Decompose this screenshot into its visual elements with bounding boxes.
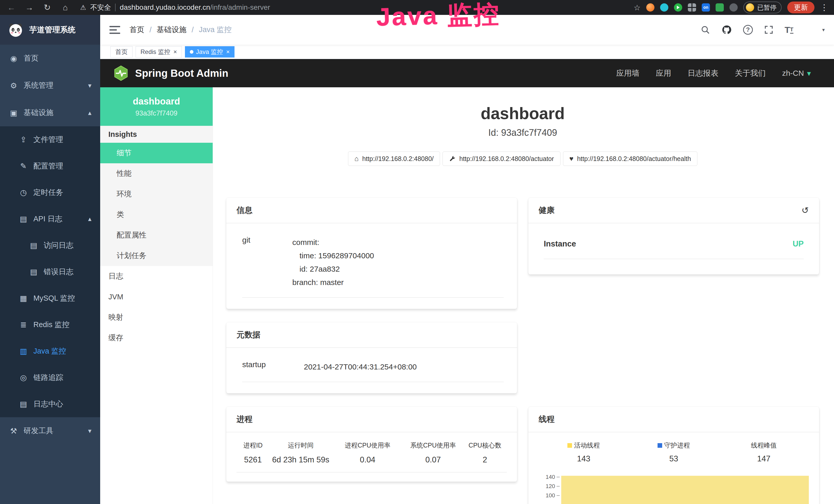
- sidebar-item-label: API 日志: [34, 214, 62, 224]
- extension-icon[interactable]: [674, 3, 682, 12]
- sidebar-item-java-monitor[interactable]: ▥ Java 监控: [0, 338, 100, 364]
- sidebar-item-tracing[interactable]: ◎ 链路追踪: [0, 364, 100, 391]
- tab-home[interactable]: 首页: [110, 46, 133, 58]
- sba-nav-journal[interactable]: 日志报表: [687, 68, 719, 78]
- extension-icon[interactable]: [716, 3, 724, 12]
- address-bar[interactable]: ⚠ 不安全 dashboard.yudao.iocoder.cn/infra/a…: [80, 3, 270, 12]
- sba-nav-wallboard[interactable]: 应用墙: [616, 68, 639, 78]
- wrench-icon: [449, 155, 456, 162]
- sba-brand[interactable]: Spring Boot Admin: [113, 65, 228, 81]
- locale-value: zh-CN: [782, 69, 804, 77]
- breadcrumb-separator: /: [192, 26, 194, 34]
- sba-item-mappings[interactable]: 映射: [100, 307, 213, 328]
- sba-nav-applications[interactable]: 应用: [656, 68, 671, 78]
- col-pid: 进程ID: [237, 441, 269, 450]
- hamburger-icon[interactable]: [109, 26, 120, 34]
- actuator-url-link[interactable]: http://192.168.0.2:48080/actuator: [443, 152, 560, 166]
- profile-paused-badge[interactable]: 已暂停: [743, 2, 782, 13]
- extension-grid-icon[interactable]: [688, 3, 696, 12]
- sba-item-caches[interactable]: 缓存: [100, 328, 213, 348]
- extension-icon[interactable]: [660, 3, 668, 12]
- val-process-cpu: 0.04: [332, 455, 403, 464]
- browser-menu-icon[interactable]: ⋮: [820, 3, 828, 12]
- sba-item-config-properties[interactable]: 配置属性: [100, 225, 213, 246]
- extension-icon[interactable]: [646, 3, 655, 12]
- forward-icon[interactable]: →: [24, 3, 35, 12]
- process-card: 进程 进程ID 运行时间 进程CPU使用率 系统CPU使用率 CPU核心数: [226, 407, 517, 482]
- sba-nav-about[interactable]: 关于我们: [735, 68, 766, 78]
- back-icon[interactable]: ←: [6, 3, 17, 12]
- sidebar-item-infrastructure[interactable]: ▣ 基础设施 ▴: [0, 99, 100, 126]
- history-icon[interactable]: ↺: [802, 205, 809, 215]
- sba-instance-header[interactable]: dashboard 93a3fc7f7409: [100, 87, 213, 126]
- extension-on-icon[interactable]: on: [702, 3, 710, 12]
- health-url-link[interactable]: ♥ http://192.168.0.2:48080/actuator/heal…: [563, 152, 697, 166]
- app-sidebar: 芋道管理系统 ◉ 首页 ⚙ 系统管理 ▾ ▣ 基础设施 ▴ ⇪ 文件管理 ✎ 配…: [0, 15, 100, 504]
- health-card-title: 健康: [539, 205, 554, 216]
- sidebar-item-dev-tools[interactable]: ⚒ 研发工具 ▾: [0, 417, 100, 444]
- github-icon[interactable]: [722, 25, 732, 35]
- bookmark-star-icon[interactable]: ☆: [634, 3, 641, 12]
- active-tab-dot: [190, 50, 193, 54]
- sidebar-item-label: 定时任务: [34, 187, 63, 198]
- help-icon[interactable]: ?: [743, 25, 753, 35]
- metadata-value: 2021-04-27T00:44:31.254+08:00: [304, 360, 417, 373]
- close-icon[interactable]: ×: [173, 48, 177, 55]
- sidebar-item-api-logs[interactable]: ▤ API 日志 ▴: [0, 206, 100, 232]
- close-icon[interactable]: ×: [226, 48, 229, 55]
- sidebar-item-file-management[interactable]: ⇪ 文件管理: [0, 126, 100, 153]
- document-icon: ▤: [19, 399, 28, 409]
- warning-icon: ⚠: [80, 4, 86, 12]
- url-host: dashboard.yudao.iocoder.cn: [120, 3, 210, 11]
- sidebar-logo-row[interactable]: 芋道管理系统: [0, 15, 100, 45]
- gear-icon: ⚙: [9, 81, 19, 90]
- browser-right-cluster: ☆ on 已暂停 更新 ⋮: [634, 2, 828, 13]
- sidebar-item-home[interactable]: ◉ 首页: [0, 45, 100, 72]
- legend-label: 守护进程: [664, 441, 690, 450]
- page-url[interactable]: dashboard.yudao.iocoder.cn/infra/admin-s…: [120, 3, 270, 12]
- sidebar-item-scheduled-jobs[interactable]: ◷ 定时任务: [0, 179, 100, 206]
- git-id-line: id: 27aa832: [292, 262, 374, 276]
- sba-item-scheduled-tasks[interactable]: 计划任务: [100, 246, 213, 266]
- sidebar-item-system-management[interactable]: ⚙ 系统管理 ▾: [0, 72, 100, 99]
- refresh-icon[interactable]: ↻: [42, 3, 53, 12]
- sidebar-item-redis-monitor[interactable]: ≣ Redis 监控: [0, 312, 100, 338]
- val-system-cpu: 0.07: [403, 455, 463, 464]
- avatar: [805, 22, 820, 38]
- extensions-puzzle-icon[interactable]: [729, 3, 738, 12]
- sidebar-item-label: 日志中心: [34, 399, 63, 409]
- sba-item-environment[interactable]: 环境: [100, 184, 213, 204]
- info-git-row: git commit: time: 1596289704000 id: 27aa…: [242, 234, 504, 298]
- sidebar-item-log-center[interactable]: ▤ 日志中心: [0, 391, 100, 417]
- threads-card-title: 线程: [539, 414, 554, 425]
- legend-label: 活动线程: [574, 441, 600, 450]
- sba-item-details[interactable]: 细节: [100, 143, 213, 163]
- sba-locale-select[interactable]: zh-CN ▾: [782, 69, 811, 78]
- browser-update-button[interactable]: 更新: [787, 2, 814, 13]
- sidebar-item-config-management[interactable]: ✎ 配置管理: [0, 153, 100, 179]
- user-avatar[interactable]: ▾: [805, 22, 825, 38]
- sidebar-item-mysql-monitor[interactable]: ▦ MySQL 监控: [0, 285, 100, 312]
- tab-redis-monitor[interactable]: Redis 监控 ×: [136, 46, 182, 58]
- target-icon: ◎: [19, 373, 28, 382]
- sba-item-loggers[interactable]: 日志: [100, 266, 213, 287]
- paused-label: 已暂停: [757, 3, 776, 12]
- tab-java-monitor[interactable]: Java 监控 ×: [185, 46, 235, 58]
- browser-home-icon[interactable]: ⌂: [60, 3, 71, 12]
- service-url-link[interactable]: ⌂ http://192.168.0.2:48080/: [348, 152, 440, 166]
- sba-item-classes[interactable]: 类: [100, 204, 213, 225]
- security-label[interactable]: 不安全: [90, 3, 111, 12]
- sidebar-item-label: 首页: [24, 53, 39, 63]
- font-size-icon[interactable]: TT: [785, 25, 793, 35]
- dashboard-icon: ◉: [9, 54, 19, 63]
- y-axis-label: 140: [539, 474, 555, 480]
- sidebar-item-error-logs[interactable]: ▤ 错误日志: [0, 258, 100, 285]
- fullscreen-icon[interactable]: [764, 25, 773, 35]
- legend-value: 147: [719, 454, 809, 463]
- breadcrumb-home[interactable]: 首页: [129, 25, 144, 35]
- breadcrumb-infrastructure[interactable]: 基础设施: [157, 25, 186, 35]
- sba-item-jvm[interactable]: JVM: [100, 287, 213, 307]
- sidebar-item-access-logs[interactable]: ▤ 访问日志: [0, 232, 100, 258]
- sba-item-performance[interactable]: 性能: [100, 163, 213, 184]
- search-icon[interactable]: [700, 25, 710, 35]
